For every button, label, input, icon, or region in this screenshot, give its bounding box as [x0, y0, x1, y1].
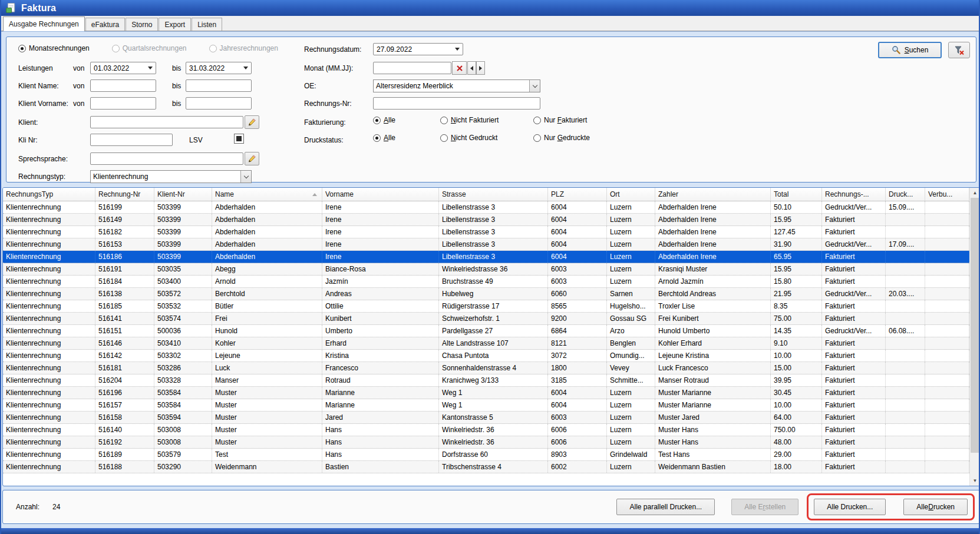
- table-row[interactable]: Klientenrechnung516188503290WeidenmannBa…: [3, 461, 969, 473]
- table-row[interactable]: Klientenrechnung516199503399AbderhaldenI…: [3, 201, 969, 214]
- table-row[interactable]: Klientenrechnung516146503410KohlerErhard…: [3, 337, 969, 350]
- scroll-down-icon[interactable]: ▼: [970, 476, 980, 486]
- table-cell: Bastien: [322, 461, 439, 473]
- oe-combobox[interactable]: Altersresidenz Meerblick: [373, 79, 540, 92]
- leistungen-von-date-dropdown[interactable]: 01.03.2022: [90, 62, 156, 74]
- radio-icon: [209, 45, 217, 52]
- column-header-druck[interactable]: Druck...: [886, 188, 925, 201]
- radio-fakturierung-alle[interactable]: Alle: [373, 116, 440, 124]
- rechnungsdatum-date-dropdown[interactable]: 27.09.2022: [373, 43, 463, 55]
- kli-nr-input[interactable]: [90, 134, 173, 146]
- column-header-rechnungs[interactable]: Rechnungs-...: [822, 188, 886, 201]
- table-cell: Arnold Jazmín: [655, 276, 771, 287]
- rechnungs-nr-input[interactable]: [373, 97, 540, 110]
- table-row[interactable]: Klientenrechnung516157503584MusterMarian…: [3, 399, 969, 412]
- table-row[interactable]: Klientenrechnung516153503399AbderhaldenI…: [3, 238, 969, 251]
- combo-dropdown-button[interactable]: [529, 80, 540, 92]
- klient-name-von-input[interactable]: [90, 79, 156, 92]
- table-row[interactable]: Klientenrechnung516158503594MusterJaredK…: [3, 412, 969, 424]
- table-row[interactable]: Klientenrechnung516186503399AbderhaldenI…: [3, 251, 969, 263]
- table-row[interactable]: Klientenrechnung516204503328ManserRotrau…: [3, 374, 969, 387]
- table-cell: 20.03....: [886, 288, 925, 300]
- table-row[interactable]: Klientenrechnung516138503572BerchtoldAnd…: [3, 288, 969, 300]
- table-cell: [925, 276, 969, 287]
- tab-storno[interactable]: Storno: [126, 18, 158, 31]
- radio-fakturierung-nur-fakturiert[interactable]: Nur Fakturiert: [533, 116, 587, 124]
- vertical-scrollbar[interactable]: ▲ ▼: [969, 188, 979, 486]
- tab-export[interactable]: Export: [159, 18, 191, 31]
- sprechsprache-input[interactable]: [90, 152, 243, 165]
- radio-druckstatus-nicht-gedruckt[interactable]: Nicht Gedruckt: [440, 134, 533, 142]
- radio-monatsrechnungen[interactable]: Monatsrechnungen: [18, 44, 90, 52]
- table-row[interactable]: Klientenrechnung516142503302LejeuneKrist…: [3, 350, 969, 362]
- tab-listen[interactable]: Listen: [192, 18, 222, 31]
- table-row[interactable]: Klientenrechnung516140503008MusterHansWi…: [3, 424, 969, 436]
- table-cell: Fakturiert: [822, 436, 886, 448]
- column-header-rechnung-nr[interactable]: Rechnung-Nr: [95, 188, 154, 201]
- combo-dropdown-button[interactable]: [240, 171, 251, 183]
- clear-filter-button[interactable]: [948, 42, 970, 58]
- rechnungstyp-combobox[interactable]: Klientenrechnung: [90, 170, 252, 183]
- column-header-verbu[interactable]: Verbu...: [925, 188, 969, 201]
- column-header-strasse[interactable]: Strasse: [439, 188, 548, 201]
- table-cell: Erhard: [322, 337, 439, 349]
- table-row[interactable]: Klientenrechnung516181503286LuckFrancesc…: [3, 362, 969, 374]
- table-row[interactable]: Klientenrechnung516192503008MusterHansWi…: [3, 436, 969, 449]
- monat-next-button[interactable]: [476, 61, 485, 75]
- table-cell: 503579: [154, 449, 212, 460]
- column-header-total[interactable]: Total: [771, 188, 822, 201]
- table-cell: [886, 300, 925, 312]
- table-cell: [925, 362, 969, 374]
- leistungen-bis-date-dropdown[interactable]: 31.03.2022: [186, 62, 252, 74]
- radio-druckstatus-alle[interactable]: Alle: [373, 134, 440, 142]
- button-alle-parallell-drucken[interactable]: Alle parallell Drucken...: [616, 499, 715, 515]
- table-cell: [886, 350, 925, 361]
- table-row[interactable]: Klientenrechnung516191503035AbeggBiance-…: [3, 263, 969, 276]
- table-row[interactable]: Klientenrechnung516151500036HunoldUmbert…: [3, 325, 969, 337]
- column-header-klient-nr[interactable]: Klient-Nr: [154, 188, 212, 201]
- scroll-thumb[interactable]: [971, 198, 979, 453]
- table-cell: Schweizerhofstr. 1: [439, 313, 548, 324]
- column-header-rechnungstyp[interactable]: RechnungsTyp: [3, 188, 95, 201]
- klient-input[interactable]: [90, 116, 243, 128]
- klient-name-bis-input[interactable]: [186, 79, 252, 92]
- column-header-plz[interactable]: PLZ: [548, 188, 607, 201]
- monat-input[interactable]: [373, 62, 451, 74]
- table-row[interactable]: Klientenrechnung516189503579TestHansDorf…: [3, 449, 969, 461]
- table-cell: Klientenrechnung: [3, 325, 95, 337]
- klient-vorname-label: Klient Vorname:: [18, 99, 68, 108]
- search-button[interactable]: Suchen: [878, 42, 942, 58]
- sprechsprache-edit-button[interactable]: [245, 152, 259, 165]
- column-header-ort[interactable]: Ort: [607, 188, 655, 201]
- tab-ausgabe-rechnungen[interactable]: Ausgabe Rechnungen: [3, 16, 85, 31]
- radio-fakturierung-nicht-fakturiert[interactable]: Nicht Fakturiert: [440, 116, 533, 124]
- table-row[interactable]: Klientenrechnung516185503532BütlerOttili…: [3, 300, 969, 313]
- table-cell: [886, 276, 925, 287]
- klient-vorname-von-input[interactable]: [90, 97, 156, 110]
- table-cell: Gedruckt/Ver...: [822, 288, 886, 300]
- table-row[interactable]: Klientenrechnung516149503399AbderhaldenI…: [3, 214, 969, 226]
- table-row[interactable]: Klientenrechnung516141503574FreiKunibert…: [3, 313, 969, 325]
- klient-edit-button[interactable]: [245, 115, 259, 129]
- table-cell: [925, 387, 969, 399]
- monat-prev-button[interactable]: [467, 61, 476, 75]
- lsv-checkbox[interactable]: [234, 134, 244, 144]
- table-cell: 6060: [548, 288, 607, 300]
- table-cell: Klientenrechnung: [3, 350, 95, 361]
- table-row[interactable]: Klientenrechnung516196503584MusterMarian…: [3, 387, 969, 399]
- button-alle-drucken[interactable]: Alle Drucken...: [814, 499, 886, 515]
- table-row[interactable]: Klientenrechnung516184503400ArnoldJazmín…: [3, 276, 969, 288]
- column-header-zahler[interactable]: Zahler: [655, 188, 771, 201]
- table-cell: Luzern: [607, 276, 655, 287]
- radio-druckstatus-nur-gedruckte[interactable]: Nur Gedruckte: [533, 134, 590, 142]
- column-header-vorname[interactable]: Vorname: [322, 188, 439, 201]
- tab-efaktura[interactable]: eFaktura: [85, 18, 125, 31]
- klient-vorname-bis-input[interactable]: [186, 97, 252, 110]
- table-cell: [925, 337, 969, 349]
- monat-clear-button[interactable]: [452, 61, 467, 75]
- scroll-up-icon[interactable]: ▲: [970, 188, 980, 198]
- button-alle-drucken[interactable]: Alle Drucken: [903, 499, 968, 515]
- column-header-name[interactable]: Name: [212, 188, 322, 201]
- klient-label: Klient:: [18, 118, 38, 127]
- table-row[interactable]: Klientenrechnung516182503399AbderhaldenI…: [3, 226, 969, 238]
